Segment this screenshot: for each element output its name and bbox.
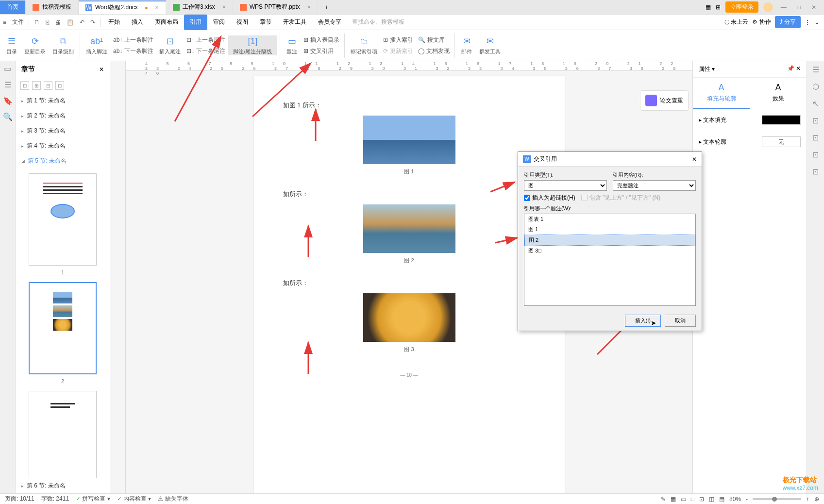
- tool-icon-4[interactable]: ⊡: [812, 116, 819, 125]
- zoom-in-icon[interactable]: +: [806, 496, 809, 503]
- file-menu[interactable]: 文件: [9, 18, 27, 26]
- page-thumb-2[interactable]: [29, 282, 97, 374]
- prev-endnote-button[interactable]: ⊡↑上一条尾注: [185, 35, 227, 45]
- close-icon[interactable]: ✕: [155, 5, 159, 10]
- hyperlink-checkbox[interactable]: 插入为超链接(H): [524, 194, 575, 202]
- tool-icon-7[interactable]: ⊡: [812, 167, 819, 176]
- cancel-button[interactable]: 取消: [665, 315, 696, 327]
- menu-member[interactable]: 会员专享: [312, 15, 347, 30]
- list-item[interactable]: 图表 1: [524, 214, 695, 224]
- insert-index-button[interactable]: ⊞插入索引: [381, 35, 415, 45]
- menu-devtools[interactable]: 开发工具: [277, 15, 312, 30]
- search-icon[interactable]: 🔍: [3, 112, 13, 121]
- menu-insert[interactable]: 插入: [126, 15, 149, 30]
- sidebar-tool-4[interactable]: ⊡: [55, 81, 64, 90]
- print-icon[interactable]: 🖨: [52, 19, 64, 26]
- sidebar-tool-2[interactable]: ⊞: [32, 81, 41, 90]
- menu-references[interactable]: 引用: [184, 15, 207, 30]
- maximize-icon[interactable]: □: [794, 4, 804, 11]
- view-icon[interactable]: ▦: [671, 496, 676, 503]
- toc-button[interactable]: ☰目录: [3, 35, 20, 55]
- tab-word-doc[interactable]: WWord教程2.docx●✕: [79, 0, 166, 14]
- word-count[interactable]: 字数: 2411: [41, 495, 69, 503]
- next-footnote-button[interactable]: ab↓下一条脚注: [111, 46, 155, 56]
- view-icon[interactable]: □: [691, 496, 694, 503]
- menu-start[interactable]: 开始: [102, 15, 126, 30]
- insert-table-toc-button[interactable]: ⊞插入表目录: [302, 35, 341, 45]
- sidebar-tool-1[interactable]: ⊡: [20, 81, 29, 90]
- pin-icon[interactable]: 📌: [787, 65, 794, 72]
- minimize-icon[interactable]: —: [778, 4, 790, 11]
- tab-home[interactable]: 首页: [0, 0, 26, 14]
- view-icon[interactable]: ▤: [719, 496, 724, 503]
- content-check-toggle[interactable]: ✓ 内容检查 ▾: [117, 495, 151, 503]
- chapter-item-3[interactable]: ▸第 3 节: 未命名: [16, 123, 110, 138]
- cloud-status[interactable]: ◌ 未上云: [724, 18, 748, 26]
- chapter-item-6[interactable]: ▸第 6 节: 未命名: [16, 478, 110, 493]
- menu-layout[interactable]: 页面布局: [149, 15, 184, 30]
- close-window-icon[interactable]: ✕: [808, 4, 819, 11]
- thumbnail-view-icon[interactable]: ▭: [4, 64, 11, 73]
- caption-button[interactable]: ▭题注: [283, 35, 301, 55]
- view-icon[interactable]: ▭: [681, 496, 686, 503]
- preview-icon[interactable]: 📋: [64, 19, 77, 26]
- dialog-titlebar[interactable]: W 交叉引用 ✕: [518, 152, 702, 167]
- panel-title[interactable]: 属性 ▾: [699, 65, 715, 73]
- search-commands[interactable]: 查找命令、搜索模板: [352, 18, 404, 26]
- collab-button[interactable]: ⚙ 协作: [752, 18, 771, 26]
- tool-icon-5[interactable]: ⊡: [812, 133, 819, 142]
- menu-view[interactable]: 视图: [231, 15, 254, 30]
- sidebar-tool-3[interactable]: ⊟: [44, 81, 52, 90]
- insert-footnote-button[interactable]: ab¹插入脚注: [83, 35, 110, 55]
- apps-icon[interactable]: ⊞: [716, 4, 721, 11]
- zoom-value[interactable]: 80%: [729, 496, 741, 503]
- spellcheck-toggle[interactable]: ✓ 拼写检查 ▾: [76, 495, 110, 503]
- collapse-icon[interactable]: ⌄: [814, 19, 819, 26]
- toc-level-button[interactable]: ⧉目录级别: [50, 35, 77, 55]
- select-icon[interactable]: ↖: [812, 99, 819, 108]
- list-item[interactable]: 图 3□: [524, 246, 695, 256]
- outline-dropdown[interactable]: 无: [762, 136, 801, 147]
- hamburger-icon[interactable]: ≡: [0, 19, 9, 26]
- close-icon[interactable]: ✕: [222, 4, 226, 10]
- list-item-selected[interactable]: 图 2: [524, 235, 695, 246]
- chapter-item-2[interactable]: ▸第 2 节: 未命名: [16, 108, 110, 123]
- view-icon[interactable]: ◫: [709, 496, 714, 503]
- tab-pptx[interactable]: WPS PPT教程.pptx✕: [233, 0, 318, 14]
- more-icon[interactable]: ⋮: [805, 19, 810, 26]
- page-thumb-1[interactable]: [29, 173, 97, 266]
- tab-fill-outline[interactable]: A填充与轮廓: [693, 78, 750, 109]
- redo-icon[interactable]: ↷: [87, 19, 98, 26]
- fit-icon[interactable]: ⊕: [814, 496, 819, 503]
- view-icon[interactable]: ✎: [661, 496, 666, 503]
- zoom-out-icon[interactable]: -: [746, 496, 748, 503]
- text-fill-row[interactable]: ▸ 文本填充: [693, 109, 807, 131]
- text-outline-row[interactable]: ▸ 文本轮廓 无: [693, 131, 807, 153]
- save-icon[interactable]: ⎘: [43, 19, 52, 26]
- tool-icon-6[interactable]: ⊡: [812, 150, 819, 159]
- caption-listbox[interactable]: 图表 1 图 1 图 2 图 3□: [524, 214, 696, 306]
- outline-icon[interactable]: ☰: [4, 80, 11, 89]
- ref-content-select[interactable]: 完整题注: [613, 180, 696, 191]
- view-icon[interactable]: ⊡: [699, 496, 704, 503]
- new-doc-icon[interactable]: 🗋: [31, 19, 43, 26]
- login-button[interactable]: 立即登录: [725, 1, 758, 13]
- share-button[interactable]: ⤴ 分享: [775, 16, 801, 28]
- update-index-button[interactable]: ⟳更新索引: [381, 46, 415, 56]
- undo-icon[interactable]: ↶: [77, 19, 87, 26]
- mail-button[interactable]: ✉邮件: [458, 35, 475, 55]
- doc-discover-button[interactable]: ◯文档发现: [416, 46, 452, 56]
- menu-review[interactable]: 审阅: [207, 15, 231, 30]
- chapter-item-5[interactable]: ◢第 5 节: 未命名: [16, 153, 110, 168]
- cross-reference-button[interactable]: ⊞交叉引用: [302, 46, 341, 56]
- page-thumb-3[interactable]: [29, 391, 97, 478]
- panel-close-icon[interactable]: ✕: [796, 65, 801, 72]
- bulk-tools-button[interactable]: ✉群发工具: [476, 35, 504, 55]
- prev-footnote-button[interactable]: ab↑上一条脚注: [111, 35, 155, 45]
- tab-xlsx[interactable]: 工作簿3.xlsx✕: [166, 0, 233, 14]
- page-indicator[interactable]: 页面: 10/11: [5, 495, 34, 503]
- chapter-item-1[interactable]: ▸第 1 节: 未命名: [16, 93, 110, 108]
- plagiarism-check-button[interactable]: 论文查重: [640, 90, 689, 111]
- tab-templates[interactable]: 找稻壳模板: [26, 0, 79, 14]
- chapter-item-4[interactable]: ▸第 4 节: 未命名: [16, 138, 110, 153]
